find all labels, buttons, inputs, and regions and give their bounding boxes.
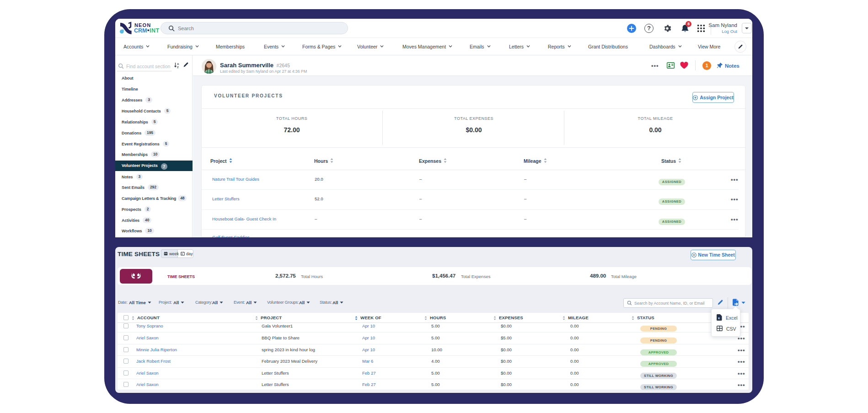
svg-text:x: x [718,316,720,320]
svg-text:Z: Z [177,66,179,69]
svg-text:A: A [177,63,179,65]
